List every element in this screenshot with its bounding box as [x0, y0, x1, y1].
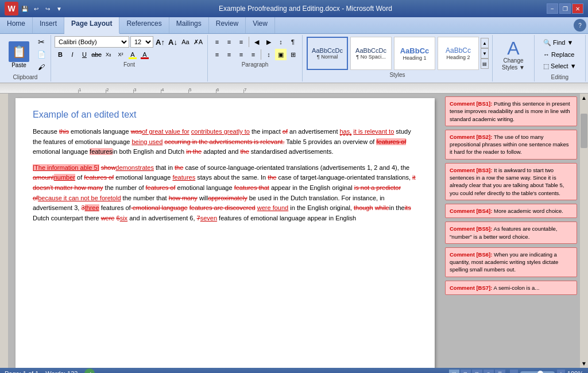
inc-indent-button[interactable]: ▶	[263, 36, 274, 48]
style-heading2[interactable]: AaBbCc Heading 2	[438, 37, 479, 70]
style-heading1-preview: AaBbCc	[400, 46, 430, 55]
scroll-up-button[interactable]: ▲	[580, 94, 588, 102]
comment-bs3: Comment [BS3]: It is awkward to start tw…	[445, 163, 577, 200]
help-button[interactable]: ?	[574, 19, 586, 32]
italic-button[interactable]: I	[67, 49, 78, 60]
clipboard-buttons: ✂ 📄 🖌	[36, 36, 47, 73]
font-grow-button[interactable]: A↑	[154, 36, 166, 48]
vertical-scrollbar[interactable]: ▲ ▼	[580, 94, 588, 368]
para-row1: ≡ ≡ ≡ ◀ ▶ ↕ ¶	[211, 36, 299, 48]
redo-button[interactable]: ↪	[42, 3, 53, 14]
paragraph-1: Because this emotionals language wasof g…	[33, 127, 417, 157]
comment-bs4: Comment [BS4]: More academic word choice…	[445, 204, 577, 218]
line-spacing-button[interactable]: ↕	[263, 49, 274, 60]
styles-label: Styles	[389, 72, 405, 78]
align-left-button[interactable]: ≡	[211, 49, 223, 60]
justify-button[interactable]: ≡	[247, 49, 259, 60]
replace-button[interactable]: ↔ Replace	[540, 49, 579, 60]
print-layout-button[interactable]: ▤	[449, 370, 459, 373]
minimize-button[interactable]: −	[547, 3, 558, 14]
change-case-button[interactable]: Aa	[180, 36, 191, 48]
styles-scroll-down[interactable]: ▼	[481, 48, 489, 59]
font-family-select[interactable]: Calibri (Body)	[55, 36, 129, 48]
superscript-button[interactable]: X²	[115, 49, 126, 60]
paragraph-label: Paragraph	[242, 61, 269, 68]
align-right-button[interactable]: ≡	[235, 49, 247, 60]
styles-expand[interactable]: ▤	[481, 59, 489, 69]
style-heading1[interactable]: AaBbCc Heading 1	[394, 37, 435, 70]
subscript-button[interactable]: X₂	[103, 49, 114, 60]
ruler-3: 3	[133, 90, 161, 93]
tab-home[interactable]: Home	[0, 17, 33, 33]
format-painter-button[interactable]: 🖌	[36, 61, 47, 73]
style-boxes: AaBbCcDc ¶ Normal AaBbCcDc ¶ No Spaci...…	[306, 36, 479, 71]
close-button[interactable]: ✕	[572, 3, 583, 14]
font-size-select[interactable]: 12	[130, 36, 153, 48]
font-color-button[interactable]: A	[139, 49, 150, 60]
document-scroll[interactable]: Example of an edited text Because this e…	[8, 94, 442, 368]
tab-mailings[interactable]: Mailings	[169, 17, 209, 33]
fullscreen-button[interactable]: ⊞	[461, 370, 471, 373]
deleted-emotional: emotional language	[131, 204, 188, 211]
underline-button[interactable]: U	[79, 49, 90, 60]
quickaccess-dropdown[interactable]: ▼	[54, 3, 64, 14]
comment-bs7: Comment [BS7]: A semi-colon is a...	[445, 281, 577, 295]
document-area: Example of an edited text Because this e…	[0, 94, 588, 368]
restore-button[interactable]: ❐	[559, 3, 571, 14]
numbering-button[interactable]: ≡	[223, 36, 235, 48]
scroll-thumb[interactable]	[581, 114, 587, 148]
show-formatting-button[interactable]: ¶	[287, 36, 299, 48]
font-shrink-button[interactable]: A↓	[167, 36, 179, 48]
bullets-button[interactable]: ≡	[211, 36, 223, 48]
find-button[interactable]: 🔍 Find ▼	[540, 37, 579, 48]
change-styles-button[interactable]: A ChangeStyles ▼	[496, 36, 531, 74]
dec-indent-button[interactable]: ◀	[251, 36, 262, 48]
sort-button[interactable]: ↕	[275, 36, 287, 48]
zoom-out-button[interactable]: −	[510, 370, 518, 373]
highlight-button[interactable]: A	[127, 49, 138, 60]
scroll-down-button[interactable]: ▼	[580, 359, 588, 368]
style-heading2-preview: AaBbCc	[446, 46, 471, 55]
change-styles-label: ChangeStyles ▼	[502, 57, 525, 71]
select-button[interactable]: ⬚ Select ▼	[540, 61, 579, 72]
save-button[interactable]: 💾	[20, 3, 30, 14]
comment-bs6-label: Comment [BS6]:	[450, 251, 492, 258]
cut-button[interactable]: ✂	[36, 36, 47, 48]
style-normal[interactable]: AaBbCcDc ¶ Normal	[307, 37, 348, 70]
inserted-relevant: it is relevant to	[353, 128, 394, 135]
undo-button[interactable]: ↩	[31, 3, 41, 14]
borders-button[interactable]: ⊞	[287, 49, 299, 60]
shading-button[interactable]: ▣	[275, 49, 287, 60]
zoom-in-button[interactable]: +	[557, 370, 565, 373]
deleted-its: its	[405, 204, 411, 211]
align-center-button[interactable]: ≡	[223, 49, 235, 60]
word-logo: W	[5, 2, 18, 15]
tab-view[interactable]: View	[246, 17, 275, 33]
web-layout-button[interactable]: ⊟	[472, 370, 482, 373]
ruler: 1 2 3 4 5 6 7	[0, 83, 588, 94]
spell-check-icon[interactable]: ✓	[84, 368, 95, 373]
tab-insert[interactable]: Insert	[33, 17, 64, 33]
clear-format-button[interactable]: ✗A	[192, 36, 204, 48]
tab-review[interactable]: Review	[209, 17, 246, 33]
inserted-seven: seven	[200, 215, 217, 222]
inserted-because: because it can not be foretold	[38, 195, 121, 201]
bold-button[interactable]: B	[55, 49, 66, 60]
outline-button[interactable]: ≡	[483, 370, 494, 373]
font-row1: Calibri (Body) 12 A↑ A↓ Aa ✗A	[55, 36, 204, 48]
comment-bs2: Comment [BS2]: The use of too many prepo…	[445, 130, 577, 160]
copy-button[interactable]: 📄	[36, 49, 47, 60]
styles-scroll-up[interactable]: ▲	[481, 38, 489, 48]
font-group: Calibri (Body) 12 A↑ A↓ Aa ✗A B I U abc …	[51, 35, 208, 81]
draft-button[interactable]: ☰	[495, 370, 505, 373]
tab-references[interactable]: References	[119, 17, 169, 33]
strikethrough-button[interactable]: abc	[91, 49, 102, 60]
comment-bs4-label: Comment [BS4]:	[450, 208, 492, 214]
style-nospacing[interactable]: AaBbCcDc ¶ No Spaci...	[350, 37, 392, 70]
tab-pagelayout[interactable]: Page Layout	[64, 17, 119, 34]
paste-label: Paste	[11, 62, 26, 68]
status-left: Page: 1 of 1 Words: 133 ✓	[5, 368, 95, 373]
multilevel-button[interactable]: ≡	[235, 36, 247, 48]
paste-button[interactable]: 📋 Paste	[3, 38, 34, 71]
comment-bs3-label: Comment [BS3]:	[450, 167, 492, 173]
